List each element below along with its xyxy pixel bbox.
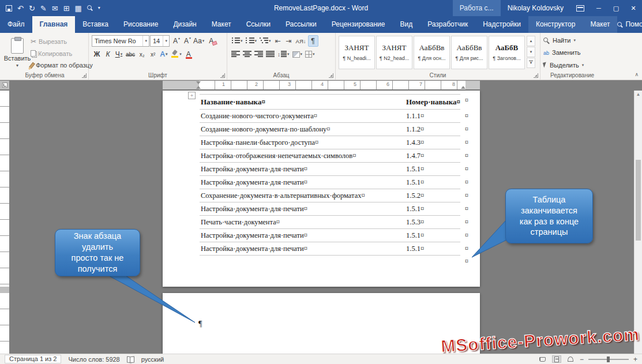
account-name[interactable]: Nikolay Koldovsky [501, 0, 570, 16]
italic-button[interactable]: К [103, 48, 113, 60]
style-item[interactable]: АаБбВ ¶ Заголов... [489, 36, 525, 69]
highlight-button[interactable] [170, 48, 183, 60]
styles-dialog-launcher[interactable] [534, 73, 538, 78]
select-button[interactable]: Выделить ▾ [543, 60, 584, 70]
maximize-button[interactable]: ▢ [607, 0, 625, 16]
line-spacing-button[interactable] [276, 48, 291, 60]
zoom-out-button[interactable]: − [580, 355, 584, 363]
clipboard-dialog-launcher[interactable] [82, 73, 87, 78]
justify-button[interactable] [265, 48, 276, 60]
zoom-slider-thumb[interactable] [607, 357, 610, 362]
grid-icon[interactable]: ▦ [75, 5, 82, 12]
find-button[interactable]: Найти ▾ [543, 35, 584, 46]
style-item[interactable]: ЗАНЯТ ¶ N_headi... [339, 36, 375, 69]
font-dialog-launcher[interactable] [220, 73, 225, 78]
print-layout-button[interactable] [552, 355, 561, 363]
document-area[interactable]: 1 2 3 4 5 6 7 8 + Название·навыка¤ Номе [0, 80, 642, 354]
proofing-icon[interactable] [127, 357, 134, 362]
tab-addins[interactable]: Надстройки [475, 16, 528, 33]
undo-icon[interactable]: ↶ [17, 5, 24, 12]
style-item[interactable]: АаБбВв ¶ Для рис... [451, 36, 487, 69]
show-formatting-marks-button[interactable]: ¶ [308, 35, 318, 47]
strikethrough-button[interactable]: abc [125, 48, 136, 60]
shrink-font-button[interactable]: А [181, 35, 192, 47]
tab-table-layout[interactable]: Макет [583, 16, 617, 33]
tab-file[interactable]: Файл [0, 16, 32, 33]
search-icon[interactable] [87, 5, 93, 11]
font-color-button[interactable]: А [183, 48, 194, 60]
text-effects-button[interactable]: А [159, 48, 169, 60]
subscript-button[interactable]: х₂ [137, 48, 147, 60]
bold-button[interactable]: Ж [92, 48, 102, 60]
scrollbar-thumb[interactable] [636, 160, 641, 241]
cut-button[interactable]: Вырезать [31, 36, 93, 47]
grow-font-button[interactable]: А [170, 35, 181, 47]
tab-design[interactable]: Дизайн [166, 16, 204, 33]
align-left-button[interactable] [230, 48, 241, 60]
tell-me-help[interactable]: Помощн [617, 16, 642, 33]
change-case-button[interactable]: Аа [192, 35, 205, 47]
replace-button[interactable]: Заменить [543, 47, 584, 58]
page-2[interactable]: ¶ [163, 293, 480, 354]
tab-insert[interactable]: Вставка [75, 16, 116, 33]
redo-icon[interactable]: ↻ [29, 5, 35, 12]
zoom-in-button[interactable]: + [633, 355, 637, 363]
word-count-status[interactable]: Число слов: 5928 [68, 356, 119, 363]
tab-draw[interactable]: Рисование [116, 16, 166, 33]
vertical-scrollbar[interactable]: ▲ [634, 91, 642, 354]
align-right-button[interactable] [253, 48, 264, 60]
tab-developer[interactable]: Разработчик [420, 16, 475, 33]
copy-button[interactable]: Копировать [31, 48, 93, 59]
qat-customize-icon[interactable]: ▾ [98, 6, 100, 10]
multilevel-list-button[interactable] [258, 35, 272, 47]
align-center-button[interactable] [242, 48, 253, 60]
first-line-indent-marker[interactable] [196, 81, 201, 84]
close-button[interactable]: ✕ [625, 0, 642, 16]
collapse-ribbon-button[interactable]: ∧ [635, 72, 639, 77]
tab-mailings[interactable]: Рассылки [278, 16, 324, 33]
tab-review[interactable]: Рецензирование [324, 16, 393, 33]
font-size-combo[interactable]: 14 ▾ [150, 35, 170, 47]
email-icon[interactable]: ✉ [52, 5, 58, 12]
page-1[interactable]: + Название·навыка¤ Номер·навыка¤ ¤ Созда… [163, 91, 480, 287]
zoom-slider[interactable] [588, 359, 629, 360]
scroll-up-icon[interactable]: ▲ [635, 91, 642, 97]
language-status[interactable]: русский [141, 356, 164, 363]
horizontal-ruler[interactable]: 1 2 3 4 5 6 7 8 [163, 81, 480, 89]
font-family-combo[interactable]: Times New Ro ▾ [92, 35, 149, 47]
format-painter-button[interactable]: Формат по образцу [31, 60, 93, 70]
bullets-button[interactable] [230, 35, 244, 47]
tab-stop-selector[interactable] [2, 82, 7, 88]
style-item[interactable]: АаБбВв ¶ Для осн... [414, 36, 450, 69]
page-number-status[interactable]: Страница 1 из 2 [5, 355, 61, 363]
ribbon-display-options-icon[interactable] [576, 5, 584, 12]
numbering-button[interactable] [245, 35, 258, 47]
styles-scroll-up-button[interactable]: ▴ [527, 36, 535, 46]
style-item[interactable]: ЗАНЯТ ¶ N2_head... [376, 36, 412, 69]
paragraph-dialog-launcher[interactable] [329, 73, 333, 78]
right-indent-marker[interactable] [461, 86, 465, 89]
superscript-button[interactable]: х² [148, 48, 158, 60]
table-move-handle[interactable]: + [188, 92, 196, 99]
styles-scroll-down-button[interactable]: ▾ [527, 47, 535, 57]
paste-button[interactable]: Вставить ▾ [4, 35, 31, 70]
tab-view[interactable]: Вид [392, 16, 420, 33]
table-icon[interactable]: ⊞ [63, 5, 70, 12]
tab-table-design[interactable]: Конструктор [528, 16, 583, 33]
left-indent-marker[interactable] [196, 86, 201, 89]
read-mode-button[interactable] [538, 355, 547, 363]
tab-layout[interactable]: Макет [204, 16, 239, 33]
tab-references[interactable]: Ссылки [239, 16, 278, 33]
vertical-ruler[interactable] [0, 91, 9, 354]
sort-button[interactable]: АЯ↓ [295, 35, 307, 47]
shading-button[interactable] [291, 48, 304, 60]
styles-more-button[interactable]: ▾ [527, 58, 535, 68]
underline-button[interactable]: Ч [114, 48, 124, 60]
clear-formatting-button[interactable]: А [206, 35, 216, 47]
decrease-indent-button[interactable]: ⇤ [273, 35, 283, 47]
save-icon[interactable] [6, 5, 12, 12]
borders-button[interactable] [304, 48, 316, 60]
tab-home[interactable]: Главная [32, 16, 76, 33]
web-layout-button[interactable] [566, 355, 575, 363]
pen-icon[interactable]: ✎ [40, 5, 47, 12]
